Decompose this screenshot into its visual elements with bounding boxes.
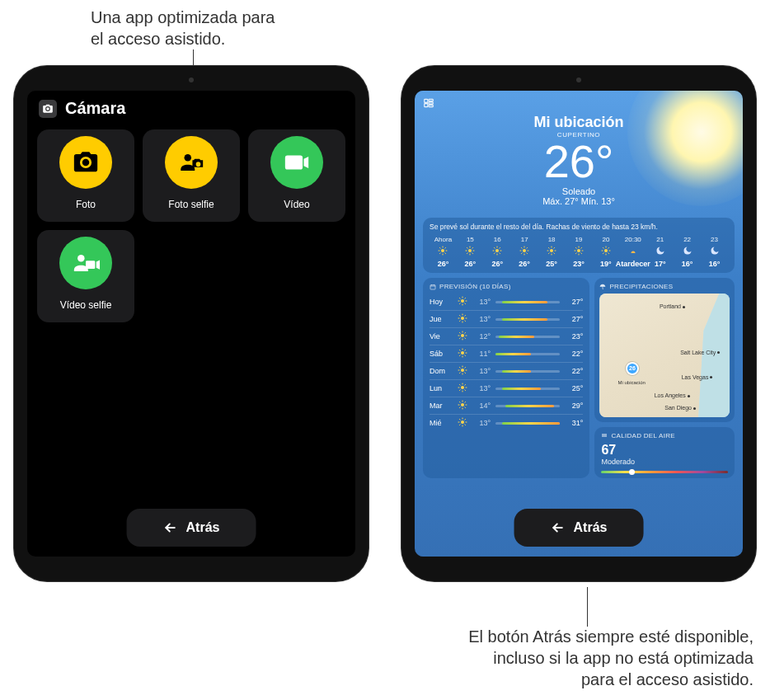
aq-value: 67 — [601, 443, 728, 458]
map-city: Las Vegas — [682, 374, 713, 380]
day-name: Lun — [430, 384, 453, 392]
pin-value: 26 — [629, 365, 636, 371]
weather-screen: Mi ubicación CUPERTINO 26° Soleado Máx. … — [415, 91, 743, 557]
aq-label: Moderado — [601, 458, 728, 466]
day-name: Sáb — [430, 350, 453, 358]
tile-video[interactable]: Vídeo — [248, 129, 345, 222]
aq-indicator — [629, 469, 635, 475]
svg-point-8 — [468, 249, 472, 252]
day-low: 13° — [472, 367, 491, 375]
aq-bar — [601, 471, 728, 473]
precip-panel[interactable]: PRECIPITACIONES PortlandSalt Lake CityLa… — [594, 278, 735, 422]
camera-icon — [39, 100, 57, 118]
map-city: Los Angeles — [655, 392, 690, 398]
temp-bar — [495, 336, 560, 338]
weather-icon — [655, 246, 665, 257]
day-high: 29° — [565, 402, 583, 410]
arrow-left-icon — [163, 520, 178, 535]
air-quality-panel[interactable]: CALIDAD DEL AIRE 67 Moderado — [594, 427, 735, 478]
weather-temp: 26° — [415, 139, 743, 185]
hour-column: 1526° — [457, 236, 484, 268]
hour-value: 26° — [465, 260, 477, 268]
tile-foto-selfie[interactable]: Foto selfie — [143, 129, 240, 222]
svg-point-11 — [550, 249, 553, 252]
svg-rect-14 — [430, 284, 435, 289]
ipad-right: Mi ubicación CUPERTINO 26° Soleado Máx. … — [401, 66, 756, 581]
svg-point-28 — [606, 435, 607, 436]
hour-value: 17° — [655, 260, 666, 268]
camera-grid: Foto Foto selfie Vídeo — [27, 123, 355, 329]
weather-hilo: Máx. 27° Mín. 13° — [415, 196, 743, 206]
forecast-panel[interactable]: PREVISIÓN (10 DÍAS) Hoy13°27°Jue13°27°Vi… — [423, 278, 589, 478]
day-low: 12° — [472, 332, 491, 341]
svg-point-19 — [461, 369, 464, 372]
video-icon — [270, 136, 323, 189]
umbrella-icon — [599, 284, 606, 290]
temp-bar — [495, 405, 560, 407]
hour-value: 23° — [573, 260, 585, 268]
day-high: 27° — [565, 298, 583, 306]
svg-point-20 — [461, 386, 464, 389]
day-low: 13° — [472, 315, 491, 323]
svg-point-18 — [461, 351, 464, 355]
weather-icon — [547, 246, 556, 257]
hour-column: 1923° — [566, 236, 593, 268]
calendar-icon — [430, 284, 436, 290]
weather-sublocation: CUPERTINO — [415, 131, 743, 139]
forecast-row: Jue13°27° — [430, 310, 583, 327]
hour-column: Ahora26° — [430, 236, 457, 268]
hour-label: 23 — [711, 236, 718, 243]
back-button[interactable]: Atrás — [514, 509, 644, 547]
forecast-row: Vie12°23° — [430, 327, 583, 345]
day-high: 31° — [565, 419, 583, 427]
hour-label: 20:30 — [625, 236, 641, 243]
back-button[interactable]: Atrás — [127, 509, 256, 547]
forecast-row: Mié13°31° — [430, 414, 583, 431]
svg-point-13 — [604, 249, 608, 252]
hour-value: 25° — [546, 260, 557, 268]
day-low: 13° — [472, 384, 491, 392]
camera-person-icon — [165, 136, 218, 189]
hour-value: 16° — [709, 260, 721, 268]
tile-label: Vídeo selfie — [60, 299, 112, 311]
day-name: Vie — [430, 332, 453, 341]
hour-column: 2216° — [674, 236, 701, 268]
tile-video-selfie[interactable]: Vídeo selfie — [37, 230, 134, 322]
hourly-panel: Se prevé sol durante el resto del día. R… — [423, 218, 735, 273]
day-high: 22° — [565, 367, 583, 375]
weather-icon — [683, 246, 693, 257]
weather-icon — [710, 246, 720, 257]
weather-icon — [601, 246, 611, 257]
camera-title: Cámara — [65, 99, 125, 118]
label: Máx. — [542, 196, 562, 206]
aq-header: CALIDAD DEL AIRE — [601, 432, 728, 439]
label: CALIDAD DEL AIRE — [611, 432, 674, 439]
hourly-row[interactable]: Ahora26°1526°1626°1726°1825°1923°2019°20… — [430, 236, 728, 268]
svg-point-26 — [603, 435, 603, 436]
hour-column: 2316° — [701, 236, 728, 268]
sun-icon — [458, 417, 467, 429]
precip-header: PRECIPITACIONES — [599, 283, 730, 290]
hour-label: 16 — [494, 236, 501, 243]
svg-point-24 — [604, 434, 605, 435]
pin-label: Mi ubicación — [618, 380, 646, 385]
hour-label: 17 — [521, 236, 528, 243]
sun-icon — [458, 400, 467, 411]
precip-map[interactable]: PortlandSalt Lake CityLas VegasLos Angel… — [599, 294, 730, 417]
camera-header: Cámara — [27, 91, 355, 123]
svg-point-21 — [461, 403, 464, 406]
day-name: Jue — [430, 315, 453, 323]
sun-icon — [458, 365, 467, 377]
sun-icon — [458, 296, 467, 308]
weather-icon — [519, 246, 529, 257]
ipad-left: Cámara Foto Foto selfie — [14, 66, 369, 581]
hour-column: 1726° — [511, 236, 538, 268]
svg-point-17 — [461, 334, 464, 337]
hourly-summary: Se prevé sol durante el resto del día. R… — [430, 223, 728, 231]
hour-label: 22 — [683, 236, 691, 243]
weather-summary: Mi ubicación CUPERTINO 26° Soleado Máx. … — [415, 91, 743, 213]
tile-foto[interactable]: Foto — [37, 129, 134, 222]
temp-bar — [495, 422, 560, 425]
arrow-left-icon — [551, 520, 566, 535]
tile-label: Foto selfie — [168, 199, 214, 210]
